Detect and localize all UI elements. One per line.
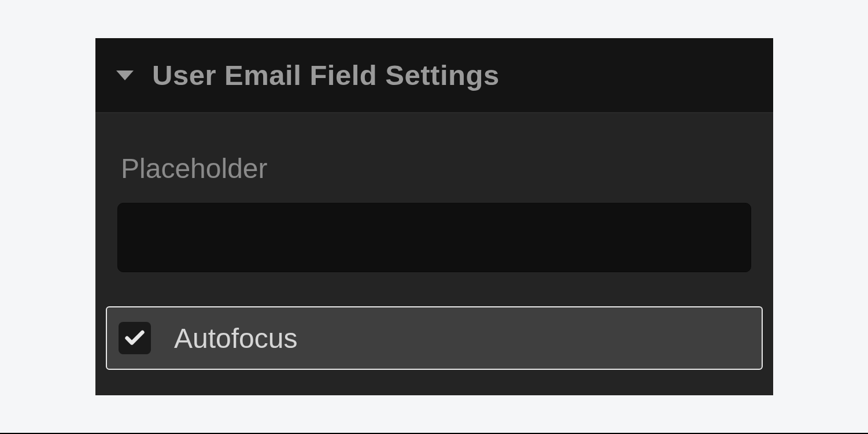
check-icon: [123, 327, 146, 350]
autofocus-checkbox[interactable]: [119, 322, 151, 354]
autofocus-row[interactable]: Autofocus: [106, 306, 763, 370]
placeholder-label: Placeholder: [117, 153, 751, 184]
autofocus-label: Autofocus: [174, 322, 297, 354]
panel-title: User Email Field Settings: [152, 59, 500, 91]
placeholder-input[interactable]: [117, 203, 751, 272]
chevron-down-icon: [116, 71, 134, 80]
panel-header[interactable]: User Email Field Settings: [95, 38, 773, 113]
settings-panel: User Email Field Settings Placeholder Au…: [95, 38, 773, 395]
panel-body: Placeholder Autofocus: [95, 113, 773, 395]
